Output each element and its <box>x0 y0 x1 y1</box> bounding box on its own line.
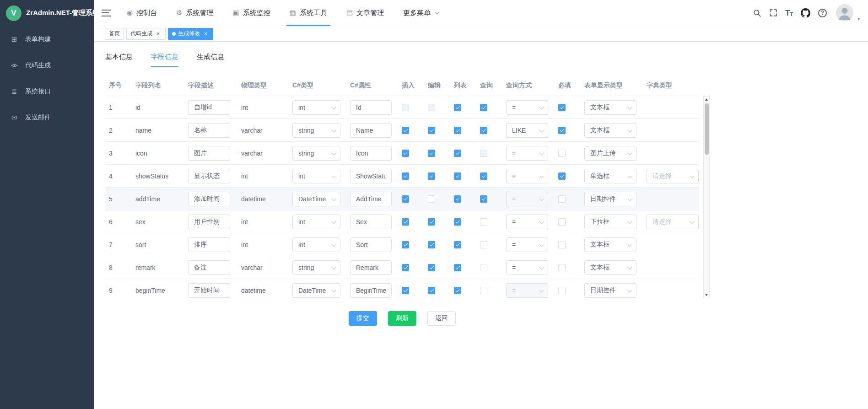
scroll-up-button[interactable] <box>704 97 709 102</box>
display-type-select[interactable]: 文本框 <box>584 237 636 252</box>
required-checkbox[interactable] <box>558 127 566 134</box>
scrollbar-thumb[interactable] <box>705 103 709 155</box>
help-icon[interactable]: ? <box>818 9 827 17</box>
csharp-type-select[interactable]: int <box>292 237 340 252</box>
query-checkbox[interactable] <box>480 195 487 203</box>
csharp-prop-input[interactable] <box>350 260 392 275</box>
display-type-select[interactable]: 单选框 <box>584 169 636 183</box>
list-checkbox[interactable] <box>454 241 461 248</box>
list-checkbox[interactable] <box>454 287 461 294</box>
csharp-type-select[interactable]: int <box>292 215 340 229</box>
csharp-type-select[interactable]: string <box>292 146 340 161</box>
csharp-type-select[interactable]: DateTime <box>292 192 340 206</box>
csharp-prop-input[interactable] <box>350 237 392 252</box>
csharp-prop-input[interactable] <box>350 215 392 229</box>
sidebar-item-send-mail[interactable]: ✉发送邮件 <box>0 104 94 130</box>
list-checkbox[interactable] <box>454 150 461 157</box>
display-type-select[interactable]: 文本框 <box>584 260 636 275</box>
required-checkbox[interactable] <box>558 150 566 157</box>
required-checkbox[interactable] <box>558 264 566 271</box>
description-input[interactable] <box>188 100 230 115</box>
display-type-select[interactable]: 日期控件 <box>584 192 636 206</box>
topnav-item-article-admin[interactable]: ▤文章管理 <box>337 0 394 26</box>
edit-checkbox[interactable] <box>428 195 435 203</box>
tag-close-icon[interactable]: × <box>155 30 162 37</box>
insert-checkbox[interactable] <box>402 241 409 248</box>
description-input[interactable] <box>188 260 230 275</box>
required-checkbox[interactable] <box>558 195 566 203</box>
csharp-type-select[interactable]: int <box>292 100 340 115</box>
description-input[interactable] <box>188 215 230 229</box>
display-type-select[interactable]: 日期控件 <box>584 283 636 298</box>
tag-item[interactable]: 首页 <box>105 28 124 40</box>
menu-collapse-icon[interactable] <box>102 10 111 16</box>
query-checkbox[interactable] <box>480 172 487 180</box>
list-checkbox[interactable] <box>454 172 461 180</box>
csharp-prop-input[interactable] <box>350 283 392 298</box>
description-input[interactable] <box>188 169 230 183</box>
display-type-select[interactable]: 下拉框 <box>584 215 636 229</box>
csharp-prop-input[interactable] <box>350 123 392 138</box>
search-icon[interactable] <box>753 9 761 17</box>
edit-checkbox[interactable] <box>428 127 435 134</box>
query-mode-select[interactable]: = <box>506 215 548 229</box>
csharp-type-select[interactable]: string <box>292 260 340 275</box>
edit-checkbox[interactable] <box>428 241 435 248</box>
csharp-type-select[interactable]: DateTime <box>292 283 340 298</box>
query-checkbox[interactable] <box>480 218 487 226</box>
required-checkbox[interactable] <box>558 241 566 248</box>
csharp-prop-input[interactable] <box>350 100 392 115</box>
csharp-type-select[interactable]: int <box>292 169 340 183</box>
insert-checkbox[interactable] <box>402 150 409 157</box>
tab-basic[interactable]: 基本信息 <box>105 53 133 67</box>
user-avatar[interactable]: ▾ <box>836 4 853 22</box>
description-input[interactable] <box>188 283 230 298</box>
dict-type-select[interactable]: 请选择 <box>647 169 699 183</box>
insert-checkbox[interactable] <box>402 195 409 203</box>
query-mode-select[interactable]: = <box>506 237 548 252</box>
dict-type-select[interactable]: 请选择 <box>647 215 699 229</box>
edit-checkbox[interactable] <box>428 264 435 271</box>
refresh-button[interactable]: 刷新 <box>388 311 416 326</box>
tag-close-icon[interactable]: × <box>202 30 209 37</box>
query-mode-select[interactable]: = <box>506 146 548 161</box>
tag-item[interactable]: 代码生成× <box>126 28 166 40</box>
scroll-down-button[interactable] <box>704 292 709 298</box>
csharp-prop-input[interactable] <box>350 146 392 161</box>
list-checkbox[interactable] <box>454 264 461 271</box>
list-checkbox[interactable] <box>454 218 461 226</box>
required-checkbox[interactable] <box>558 287 566 294</box>
topnav-item-more-menu[interactable]: 更多菜单 <box>394 0 448 26</box>
insert-checkbox[interactable] <box>402 264 409 271</box>
topnav-item-system-tools[interactable]: ▦系统工具 <box>280 0 337 26</box>
csharp-type-select[interactable]: string <box>292 123 340 138</box>
font-size-icon[interactable]: TT <box>785 9 793 17</box>
tag-item[interactable]: 生成修改× <box>168 28 213 40</box>
edit-checkbox[interactable] <box>428 287 435 294</box>
insert-checkbox[interactable] <box>402 127 409 134</box>
description-input[interactable] <box>188 192 230 206</box>
query-mode-select[interactable]: = <box>506 169 548 183</box>
query-mode-select[interactable]: = <box>506 260 548 275</box>
display-type-select[interactable]: 文本框 <box>584 123 636 138</box>
insert-checkbox[interactable] <box>402 218 409 226</box>
query-checkbox[interactable] <box>480 104 487 111</box>
csharp-prop-input[interactable] <box>350 192 392 206</box>
csharp-prop-input[interactable] <box>350 169 392 183</box>
sidebar-item-code-gen[interactable]: </>代码生成 <box>0 52 94 78</box>
tab-fields[interactable]: 字段信息 <box>151 53 178 67</box>
list-checkbox[interactable] <box>454 195 461 203</box>
display-type-select[interactable]: 文本框 <box>584 100 636 115</box>
sidebar-item-system-api[interactable]: ≣系统接口 <box>0 78 94 104</box>
description-input[interactable] <box>188 237 230 252</box>
back-button[interactable]: 返回 <box>427 311 456 326</box>
query-checkbox[interactable] <box>480 127 487 134</box>
insert-checkbox[interactable] <box>402 172 409 180</box>
topnav-item-system-admin[interactable]: ⚙系统管理 <box>167 0 223 26</box>
query-mode-select[interactable]: LIKE <box>506 123 548 138</box>
query-checkbox[interactable] <box>480 287 487 294</box>
submit-button[interactable]: 提交 <box>349 311 377 326</box>
list-checkbox[interactable] <box>454 104 461 111</box>
display-type-select[interactable]: 图片上传 <box>584 146 636 161</box>
query-checkbox[interactable] <box>480 241 487 248</box>
